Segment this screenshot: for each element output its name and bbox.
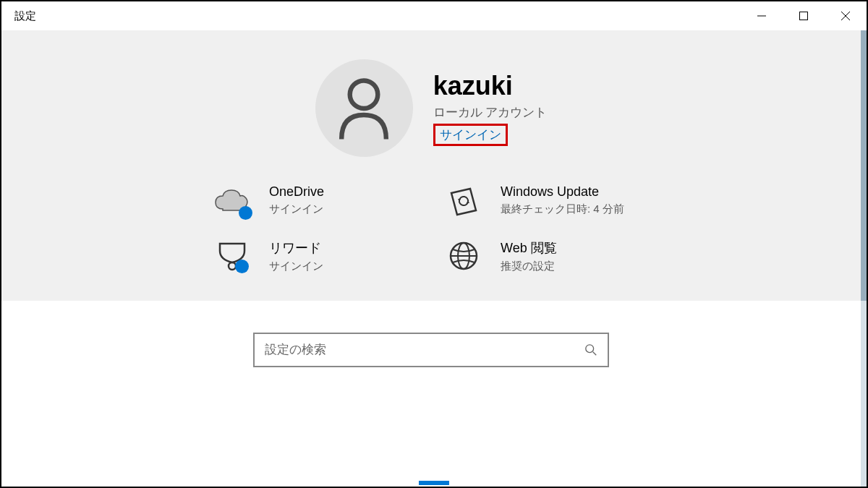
- onedrive-icon: [214, 184, 250, 218]
- service-web-browsing[interactable]: Web 閲覧 推奨の設定: [446, 239, 648, 273]
- svg-marker-6: [467, 200, 469, 203]
- globe-icon: [446, 239, 482, 273]
- service-rewards[interactable]: リワード サインイン: [214, 239, 417, 273]
- svg-point-4: [350, 80, 378, 108]
- svg-rect-1: [800, 12, 808, 20]
- settings-window: 設定 kazuki ローカル アカウント サイン: [1, 1, 867, 487]
- windows-update-icon: [446, 184, 482, 218]
- titlebar: 設定: [1, 1, 867, 30]
- service-subtitle: 最終チェック日時: 4 分前: [501, 201, 624, 216]
- svg-point-11: [586, 345, 594, 353]
- window-controls: [741, 1, 867, 30]
- close-icon: [841, 11, 851, 21]
- person-icon: [334, 76, 393, 141]
- maximize-icon: [799, 11, 809, 21]
- service-text: Windows Update 最終チェック日時: 4 分前: [501, 184, 624, 216]
- svg-line-12: [593, 352, 597, 356]
- profile-section: kazuki ローカル アカウント サインイン OneDrive サインイン: [1, 30, 867, 301]
- service-text: OneDrive サインイン: [269, 184, 324, 216]
- status-dot: [239, 206, 252, 220]
- service-windows-update[interactable]: Windows Update 最終チェック日時: 4 分前: [446, 184, 648, 218]
- service-title: Web 閲覧: [501, 239, 557, 257]
- rewards-icon: [214, 239, 250, 273]
- maximize-button[interactable]: [783, 1, 825, 30]
- svg-marker-5: [458, 199, 461, 202]
- service-title: OneDrive: [269, 184, 324, 200]
- service-text: Web 閲覧 推奨の設定: [501, 239, 557, 273]
- service-title: リワード: [269, 239, 323, 257]
- services-grid: OneDrive サインイン Windows Update 最終: [214, 184, 648, 273]
- minimize-button[interactable]: [741, 1, 783, 30]
- service-subtitle: サインイン: [269, 201, 324, 216]
- service-text: リワード サインイン: [269, 239, 323, 273]
- accent-bar: [419, 481, 449, 485]
- account-type: ローカル アカウント: [433, 104, 548, 121]
- service-subtitle: サインイン: [269, 258, 323, 273]
- avatar[interactable]: [315, 59, 413, 157]
- search-section: [1, 301, 867, 487]
- window-title: 設定: [14, 9, 36, 23]
- status-dot: [235, 260, 249, 273]
- close-button[interactable]: [825, 1, 867, 30]
- service-subtitle: 推奨の設定: [501, 258, 557, 273]
- service-title: Windows Update: [501, 184, 624, 200]
- username: kazuki: [433, 71, 548, 101]
- profile-info: kazuki ローカル アカウント サインイン: [433, 71, 548, 146]
- profile-row: kazuki ローカル アカウント サインイン: [315, 59, 548, 157]
- minimize-icon: [757, 11, 767, 21]
- search-icon: [584, 343, 597, 356]
- signin-link[interactable]: サインイン: [433, 124, 508, 146]
- search-box[interactable]: [253, 333, 609, 367]
- search-input[interactable]: [265, 343, 584, 357]
- service-onedrive[interactable]: OneDrive サインイン: [214, 184, 417, 218]
